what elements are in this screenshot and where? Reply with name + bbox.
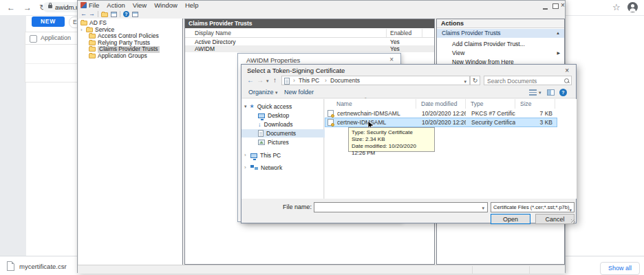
cancel-button[interactable]: Cancel <box>535 214 575 224</box>
tooltip-type: Type: Security Certificate <box>352 129 431 136</box>
file-type-dropdown[interactable]: Certificate Files (*.cer;*.sst;*.p7b) ▾ <box>491 202 575 212</box>
close-icon[interactable]: × <box>561 2 565 9</box>
resize-grip[interactable] <box>571 219 575 223</box>
column-header-type[interactable]: Type <box>466 99 515 109</box>
nav-up-icon[interactable]: ↑ <box>273 76 277 85</box>
network-icon <box>250 165 258 171</box>
restore-icon[interactable] <box>552 3 559 9</box>
show-all-button[interactable]: Show all <box>600 262 640 275</box>
nav-quick-access[interactable]: ▾ ★ Quick access <box>242 102 323 111</box>
column-enabled[interactable]: Enabled <box>390 29 411 37</box>
organize-caret-icon: ▾ <box>275 90 278 95</box>
nav-forward-icon: → <box>257 76 264 85</box>
organize-menu[interactable]: Organize ▾ <box>248 87 278 98</box>
file-type: PKCS #7 Certificates <box>471 109 515 118</box>
folder-icon <box>89 41 96 45</box>
list-row-active-directory[interactable]: Active Directory Yes <box>185 38 434 45</box>
lock-icon <box>48 5 52 8</box>
minimize-icon[interactable] <box>543 5 548 10</box>
toolbar-window-icon[interactable] <box>132 12 138 17</box>
actions-group-header[interactable]: Claims Provider Trusts ▲ <box>437 29 564 38</box>
browser-back-icon[interactable]: ← <box>7 0 15 15</box>
change-view-icon[interactable] <box>529 89 537 96</box>
menu-file[interactable]: File <box>89 1 99 10</box>
file-type: Security Certificate <box>471 118 515 126</box>
nav-back-icon[interactable]: ← <box>247 76 254 85</box>
downloads-icon: ↓ <box>258 120 261 129</box>
expand-caret-icon[interactable]: ▾ <box>244 102 247 111</box>
close-icon[interactable]: × <box>389 56 394 63</box>
bookmark-star-icon[interactable]: ☆ <box>612 0 621 15</box>
breadcrumb-this-pc[interactable]: This PC <box>299 76 319 85</box>
menu-view[interactable]: View <box>133 1 147 10</box>
search-input[interactable] <box>486 76 564 85</box>
toolbar-forward-icon[interactable]: → <box>89 10 95 19</box>
breadcrumb-bar[interactable]: › This PC › Documents ▾ <box>281 76 470 85</box>
row-enabled: Yes <box>390 38 400 45</box>
toolbar-folder-icon[interactable] <box>101 12 108 17</box>
nav-this-pc[interactable]: › This PC <box>242 151 323 160</box>
folder-icon <box>80 21 87 25</box>
tree-item-application-groups[interactable]: Application Groups <box>78 53 182 60</box>
menu-action[interactable]: Action <box>107 1 125 10</box>
web-table-header: Application <box>25 32 79 45</box>
browser-forward-icon[interactable]: → <box>23 0 32 15</box>
column-display-name[interactable]: Display Name <box>195 29 231 37</box>
folder-icon <box>89 34 96 38</box>
file-name-combo[interactable]: ▾ <box>314 202 488 212</box>
row-name: Active Directory <box>195 38 236 45</box>
toolbar-back-icon[interactable]: ← <box>80 10 87 19</box>
new-button[interactable]: NEW <box>32 16 65 27</box>
collapse-icon[interactable]: ▲ <box>556 29 560 38</box>
organize-label: Organize <box>248 89 274 96</box>
list-pane-header: Claims Provider Trusts <box>185 19 434 28</box>
download-file-name[interactable]: mycertificate.csr <box>19 263 67 270</box>
toolbar-help-icon[interactable]: ? <box>123 11 129 17</box>
file-row-certnew-selected[interactable]: certnew-IDMSAML 10/20/2020 12:26 ... Sec… <box>325 118 557 126</box>
toolbar-window-icon[interactable] <box>111 12 117 17</box>
file-size: 7 KB <box>521 109 552 118</box>
tree-item-label: Application Groups <box>98 53 147 60</box>
search-box[interactable] <box>484 76 572 85</box>
nav-label: Downloads <box>264 120 293 129</box>
tree-root-adfs[interactable]: AD FS <box>78 20 182 27</box>
breadcrumb-documents[interactable]: Documents <box>330 76 360 85</box>
row-enabled: Yes <box>390 45 400 52</box>
select-all-checkbox[interactable] <box>30 35 37 43</box>
menu-help[interactable]: Help <box>185 1 199 10</box>
list-row-awidm[interactable]: AWIDM Yes <box>185 45 434 52</box>
profile-avatar[interactable] <box>627 2 638 12</box>
expander-icon[interactable]: › <box>244 151 248 160</box>
documents-icon <box>258 130 264 137</box>
nav-history-caret-icon[interactable]: ▾ <box>266 78 269 84</box>
action-view[interactable]: View ▶ <box>437 49 564 57</box>
flyout-icon: ▶ <box>557 49 560 57</box>
file-type-value: Certificate Files (*.cer;*.sst;*.p7b) <box>493 204 569 210</box>
expander-icon[interactable]: › <box>80 27 84 34</box>
nav-network[interactable]: › Network <box>242 164 323 172</box>
file-row-certnewchain[interactable]: certnewchain-IDMSAML 10/20/2020 12:26 ..… <box>325 109 557 118</box>
mmc-app-icon <box>80 2 87 8</box>
menu-window[interactable]: Window <box>154 1 178 10</box>
new-folder-button[interactable]: New folder <box>284 87 314 97</box>
file-name-input[interactable] <box>316 204 480 212</box>
help-icon[interactable]: ? <box>559 89 567 96</box>
column-header-name[interactable]: Name <box>325 99 416 109</box>
file-name-caret-icon[interactable]: ▾ <box>482 206 484 211</box>
expander-icon[interactable]: › <box>244 164 248 172</box>
web-table-row[interactable] <box>25 44 79 64</box>
actions-group-label: Claims Provider Trusts <box>442 30 501 36</box>
action-add-claims-provider-trust[interactable]: Add Claims Provider Trust... <box>437 40 564 48</box>
open-button[interactable]: Open <box>491 214 530 224</box>
refresh-button[interactable]: ↻ <box>470 76 480 85</box>
close-icon[interactable]: × <box>565 67 569 74</box>
page-side-band <box>0 15 26 256</box>
address-dropdown-caret-icon[interactable]: ▾ <box>464 79 466 85</box>
file-name-label: File name: <box>283 204 312 210</box>
column-header-date-modified[interactable]: Date modified <box>416 99 466 109</box>
toolbar-separator <box>120 11 120 17</box>
column-header-size[interactable]: Size <box>515 99 555 109</box>
preview-pane-icon[interactable] <box>547 89 555 96</box>
web-table: Application <box>25 32 80 82</box>
view-caret-icon[interactable]: ▾ <box>539 90 541 96</box>
